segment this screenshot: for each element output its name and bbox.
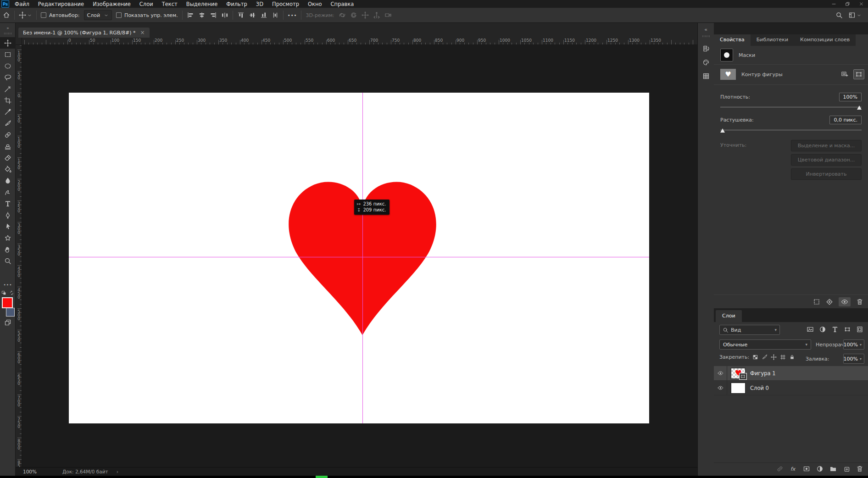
feather-slider-handle[interactable] [720, 128, 725, 133]
layer-visibility-toggle[interactable] [714, 366, 727, 380]
rectangular-marquee-tool[interactable] [0, 49, 16, 60]
lock-transparency-icon[interactable] [752, 354, 758, 360]
elliptical-marquee-tool[interactable] [0, 60, 16, 72]
menu-item-8[interactable]: Просмотр [272, 1, 299, 7]
foreground-color-swatch[interactable] [2, 297, 13, 308]
layer-name[interactable]: Слой 0 [750, 385, 769, 391]
feather-slider[interactable] [720, 130, 862, 130]
edit-toolbar-button[interactable]: ••• [0, 283, 16, 287]
menu-item-4[interactable]: Текст [162, 1, 178, 7]
filter-shape-layers-icon[interactable] [844, 326, 851, 333]
3d-pan-icon[interactable] [362, 11, 369, 19]
fill-field[interactable]: 100%▾ [843, 354, 864, 364]
color-panel-button[interactable] [698, 56, 714, 69]
canvas[interactable]: ↦236 пикс. ↧209 пикс. [69, 93, 649, 423]
dock-grip[interactable] [702, 35, 710, 37]
refine-button-0[interactable]: Выделение и маска... [791, 140, 862, 151]
collapse-panels-button[interactable]: « [698, 23, 714, 33]
refine-button-2[interactable]: Инвертировать [791, 168, 862, 180]
menu-item-9[interactable]: Окно [308, 1, 322, 7]
zoom-level-field[interactable]: 100% [23, 469, 37, 474]
clone-stamp-tool[interactable] [0, 140, 16, 152]
layer-effects-icon[interactable]: fx [790, 465, 797, 472]
screen-mode-icon[interactable] [4, 319, 11, 326]
link-layers-icon[interactable] [776, 465, 784, 472]
lock-artboard-icon[interactable] [780, 354, 786, 360]
distribute-vertical-icon[interactable] [272, 11, 279, 19]
autoselect-target-dropdown[interactable]: Слой [84, 10, 112, 20]
align-middle-icon[interactable] [249, 11, 256, 19]
paint-bucket-tool[interactable] [0, 163, 16, 175]
brush-tool[interactable] [0, 117, 16, 129]
menu-item-2[interactable]: Изображение [93, 1, 131, 7]
current-tool-button[interactable] [19, 11, 32, 19]
3d-slide-icon[interactable] [373, 11, 380, 19]
menu-item-6[interactable]: Фильтр [226, 1, 247, 7]
document-tab[interactable]: Без имени-1 @ 100% (Фигура 1, RGB/8#) * … [18, 28, 150, 38]
density-slider-handle[interactable] [857, 106, 862, 110]
restore-button[interactable] [840, 0, 854, 8]
filter-smart-objects-icon[interactable] [856, 326, 863, 333]
vertical-ruler[interactable]: 1005005010015020025030035040045050055060… [16, 45, 22, 467]
add-layer-mask-icon[interactable] [803, 465, 810, 472]
add-pixel-mask-button[interactable] [840, 69, 850, 78]
menu-item-5[interactable]: Выделение [186, 1, 218, 7]
minimize-button[interactable] [827, 0, 840, 8]
new-layer-icon[interactable] [843, 465, 850, 472]
layer-visibility-toggle[interactable] [714, 381, 727, 395]
filter-type-layers-icon[interactable] [831, 326, 839, 333]
crop-tool[interactable] [0, 94, 16, 106]
3d-orbit-icon[interactable] [339, 11, 346, 19]
density-value-field[interactable]: 100% [839, 93, 862, 101]
menu-item-7[interactable]: 3D [256, 1, 263, 7]
toolbar-expand-button[interactable]: » [0, 23, 15, 30]
density-slider[interactable] [720, 107, 862, 107]
zoom-tool[interactable] [0, 255, 16, 267]
distribute-horizontal-icon[interactable] [221, 11, 228, 19]
default-colors-icon[interactable] [1, 290, 6, 295]
layer-search-box[interactable]: Вид ▾ [719, 325, 780, 335]
masks-row[interactable]: Маски [714, 48, 868, 62]
history-panel-button[interactable] [698, 42, 714, 56]
tab-libraries[interactable]: Библиотеки [751, 34, 794, 46]
home-icon[interactable] [3, 11, 10, 19]
menu-item-0[interactable]: Файл [15, 1, 29, 7]
align-right-icon[interactable] [210, 11, 217, 19]
autoselect-checkbox[interactable]: Автовыбор: [41, 12, 80, 18]
filter-adjustment-layers-icon[interactable] [819, 326, 826, 333]
move-tool[interactable] [0, 37, 16, 49]
lasso-tool[interactable] [0, 72, 16, 83]
tab-close-icon[interactable]: × [140, 29, 145, 36]
3d-roll-icon[interactable] [350, 11, 357, 19]
lock-all-icon[interactable] [789, 354, 795, 360]
eraser-tool[interactable] [0, 152, 16, 163]
spot-healing-tool[interactable] [0, 129, 16, 140]
horizontal-ruler[interactable]: 0501001502002503003504004505005506006507… [22, 38, 697, 45]
layer-row-1[interactable]: Слой 0 [714, 381, 868, 395]
menu-item-10[interactable]: Справка [331, 1, 354, 7]
shape-path-row[interactable]: ♥ Контур фигуры [714, 67, 868, 82]
tab-layer-comps[interactable]: Композиции слоев [794, 34, 856, 46]
load-selection-icon[interactable] [813, 298, 820, 306]
type-tool[interactable] [0, 198, 16, 209]
eyedropper-tool[interactable] [0, 106, 16, 117]
pen-tool[interactable] [0, 209, 16, 221]
background-color-swatch[interactable] [6, 308, 15, 317]
layer-thumbnail[interactable]: ♥ [731, 368, 746, 379]
feather-value-field[interactable]: 0,0 пикс. [829, 116, 862, 124]
opacity-field[interactable]: 100%▾ [843, 339, 864, 350]
hand-tool[interactable] [0, 244, 16, 255]
align-left-icon[interactable] [187, 11, 194, 19]
canvas-viewport[interactable]: ↦236 пикс. ↧209 пикс. [22, 45, 697, 467]
delete-mask-icon[interactable] [856, 298, 863, 306]
path-selection-tool[interactable] [0, 221, 16, 232]
toolbar-grip[interactable] [4, 33, 11, 34]
vector-mask-button[interactable] [853, 69, 864, 79]
search-icon[interactable] [835, 11, 843, 19]
layer-name[interactable]: Фигура 1 [750, 370, 776, 377]
blend-mode-dropdown[interactable]: Обычные ▾ [719, 339, 811, 350]
menu-item-1[interactable]: Редактирование [38, 1, 84, 7]
lock-position-icon[interactable] [771, 354, 777, 360]
lock-pixels-icon[interactable] [762, 354, 768, 360]
layer-row-0[interactable]: ♥Фигура 1 [714, 366, 868, 381]
